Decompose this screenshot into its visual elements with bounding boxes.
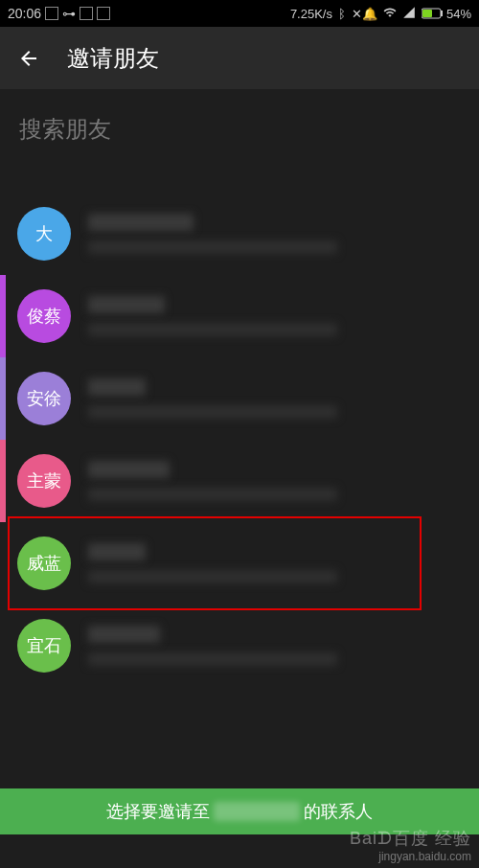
color-strip xyxy=(0,357,6,440)
status-left: 20:06 ⊶ xyxy=(8,6,110,21)
selection-bar[interactable]: 选择要邀请至 的联系人 xyxy=(0,788,479,834)
svg-rect-1 xyxy=(441,11,443,16)
status-time: 20:06 xyxy=(8,6,41,21)
contact-item[interactable]: 威蓝 xyxy=(0,522,479,605)
avatar: 俊蔡 xyxy=(17,289,71,343)
back-arrow-icon[interactable] xyxy=(17,47,40,70)
selection-prefix: 选择要邀请至 xyxy=(106,800,210,823)
contact-subtitle-blurred xyxy=(88,652,337,666)
contact-name-blurred xyxy=(88,626,160,643)
contact-subtitle-blurred xyxy=(88,240,337,254)
color-strip xyxy=(0,275,6,357)
contact-name-blurred xyxy=(88,296,165,313)
app-header: 邀请朋友 xyxy=(0,27,479,89)
contact-item[interactable]: 宜石 xyxy=(0,605,479,687)
selection-target-blurred xyxy=(214,802,300,821)
contact-info xyxy=(88,543,462,583)
selection-suffix: 的联系人 xyxy=(304,800,373,823)
search-input[interactable] xyxy=(19,116,460,143)
search-area xyxy=(0,89,479,160)
contact-info xyxy=(88,378,462,419)
avatar: 宜石 xyxy=(17,619,71,673)
color-strip xyxy=(0,440,6,522)
silent-icon: ✕🔔 xyxy=(352,7,377,21)
wifi-icon xyxy=(383,6,397,22)
watermark: Baiᗪ百度 经验 jingyan.baidu.com xyxy=(350,829,471,863)
page-title: 邀请朋友 xyxy=(67,43,159,74)
status-bar: 20:06 ⊶ 7.25K/s ᛒ ✕🔔 54% xyxy=(0,0,479,27)
contact-item[interactable]: 俊蔡 xyxy=(0,275,479,357)
contact-name-blurred xyxy=(88,461,170,478)
battery-icon: 54% xyxy=(422,7,471,21)
contact-item[interactable]: 大 xyxy=(0,193,479,275)
contact-info xyxy=(88,296,462,336)
contact-info xyxy=(88,461,462,501)
contact-subtitle-blurred xyxy=(88,488,337,501)
status-icon-2 xyxy=(80,7,93,20)
status-icon-3 xyxy=(97,7,110,20)
watermark-logo: Baiᗪ百度 经验 xyxy=(350,829,471,850)
contact-name-blurred xyxy=(88,214,194,231)
status-icon-1 xyxy=(45,7,58,20)
contact-item[interactable]: 主蒙 xyxy=(0,440,479,522)
svg-rect-2 xyxy=(422,10,432,17)
network-speed: 7.25K/s xyxy=(290,7,332,21)
status-key-icon: ⊶ xyxy=(62,6,76,21)
bluetooth-icon: ᛒ xyxy=(338,7,346,21)
contact-info xyxy=(88,214,462,254)
avatar: 威蓝 xyxy=(17,537,71,590)
avatar: 大 xyxy=(17,207,71,261)
contact-subtitle-blurred xyxy=(88,570,337,583)
contact-name-blurred xyxy=(88,378,146,396)
contact-name-blurred xyxy=(88,543,146,560)
status-right: 7.25K/s ᛒ ✕🔔 54% xyxy=(290,6,471,22)
contact-subtitle-blurred xyxy=(88,405,337,419)
watermark-url: jingyan.baidu.com xyxy=(350,850,471,863)
signal-icon xyxy=(402,6,416,22)
contact-list: 大俊蔡安徐主蒙威蓝宜石 xyxy=(0,160,479,687)
avatar: 安徐 xyxy=(17,372,71,425)
contact-subtitle-blurred xyxy=(88,323,337,336)
contact-info xyxy=(88,626,462,666)
contact-item[interactable]: 安徐 xyxy=(0,357,479,440)
avatar: 主蒙 xyxy=(17,454,71,508)
